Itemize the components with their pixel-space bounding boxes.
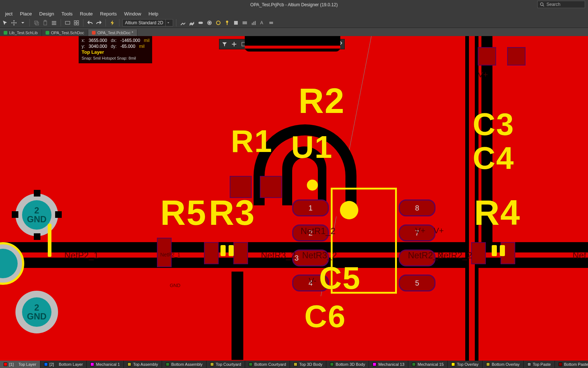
search-box[interactable]: Search bbox=[537, 1, 585, 8]
redo-icon[interactable] bbox=[95, 19, 103, 26]
menu-help[interactable]: Help bbox=[145, 10, 162, 17]
track-icon[interactable] bbox=[179, 19, 187, 26]
bar-icon[interactable] bbox=[250, 19, 257, 26]
filter-icon[interactable] bbox=[220, 40, 229, 48]
bolt-icon[interactable] bbox=[109, 19, 116, 26]
svg-rect-26 bbox=[269, 22, 273, 24]
tab-pcbdoc[interactable]: OPA_Test.PcbDoc * bbox=[88, 29, 137, 36]
pcb-canvas[interactable]: x: 3655.000 dx: -1465.000 mil y: 3040.00… bbox=[0, 36, 588, 361]
pad-icon[interactable] bbox=[197, 19, 204, 26]
layer-name: Bottom Paste bbox=[564, 362, 588, 367]
overlay-line bbox=[220, 245, 226, 256]
rect-icon[interactable] bbox=[64, 19, 71, 26]
toolbar-separator bbox=[119, 19, 119, 26]
through-hole-pad[interactable]: 2 GND bbox=[15, 291, 58, 333]
layer-tab[interactable]: Bottom Assembly bbox=[162, 361, 207, 368]
layer-name: Top Overlay bbox=[457, 362, 478, 367]
designator: C3 bbox=[473, 108, 514, 140]
hud-unit: mil bbox=[144, 38, 149, 43]
smd-pad[interactable] bbox=[233, 242, 248, 264]
menu-project[interactable]: ject bbox=[1, 10, 16, 17]
layer-tab[interactable]: Mechanical 13 bbox=[369, 361, 408, 368]
ic-pad[interactable]: 3 bbox=[292, 250, 329, 266]
grid-icon[interactable] bbox=[73, 19, 80, 26]
diff-pair-icon[interactable] bbox=[188, 19, 196, 26]
layer-name: Top Courtyard bbox=[216, 362, 241, 367]
doc-icon bbox=[4, 31, 7, 35]
layer-tab[interactable]: Mechanical 15 bbox=[408, 361, 448, 368]
svg-rect-6 bbox=[52, 21, 56, 22]
menu-window[interactable]: Window bbox=[121, 10, 145, 17]
copy-icon[interactable] bbox=[33, 19, 40, 26]
pad-number: 3 bbox=[294, 254, 298, 262]
ic-pad[interactable]: 5 bbox=[399, 275, 435, 291]
layer-tab[interactable]: Top Overlay bbox=[448, 361, 483, 368]
stack-icon[interactable] bbox=[50, 19, 58, 26]
plus-icon[interactable] bbox=[230, 40, 239, 48]
layer-tab[interactable]: [2] Bottom Layer bbox=[40, 361, 87, 368]
through-hole-pad[interactable]: 2 GND bbox=[15, 194, 58, 236]
designator: R4 bbox=[474, 195, 521, 230]
smd-pad[interactable] bbox=[204, 242, 219, 264]
smd-pad[interactable] bbox=[478, 47, 496, 66]
tab-schdoc[interactable]: OPA_Test.SchDoc bbox=[42, 29, 88, 36]
ic-pad[interactable]: 7 bbox=[399, 224, 435, 241]
layer-tab[interactable]: Bottom Courtyard bbox=[245, 361, 290, 368]
layer-name: Mechanical 1 bbox=[96, 362, 120, 367]
smd-pad[interactable] bbox=[471, 242, 486, 264]
ic-pad[interactable]: 2 bbox=[292, 224, 329, 241]
svg-rect-22 bbox=[252, 23, 253, 25]
layer-name: Bottom Overlay bbox=[492, 362, 520, 367]
layer-tabs: [1] Top Layer [2] Bottom Layer Mechanica… bbox=[0, 361, 588, 368]
tab-schlib[interactable]: Lib_Test.SchLib bbox=[0, 29, 42, 36]
layer-name: Top Assembly bbox=[133, 362, 158, 367]
window-titlebar: OPA_Test.PrjPcb - Altium Designer (19.0.… bbox=[0, 0, 588, 10]
layer-tab[interactable]: Top Assembly bbox=[124, 361, 162, 368]
smd-pad[interactable] bbox=[230, 176, 252, 198]
layer-tab[interactable]: Top 3D Body bbox=[290, 361, 326, 368]
pin-icon[interactable] bbox=[223, 19, 231, 26]
fill-icon[interactable] bbox=[232, 19, 240, 26]
svg-point-17 bbox=[216, 21, 220, 25]
layer-tab[interactable]: Bottom Overlay bbox=[483, 361, 524, 368]
smd-pad[interactable] bbox=[507, 47, 526, 66]
ic-pad[interactable]: 4 bbox=[292, 275, 329, 291]
layer-tab[interactable]: Top Paste bbox=[524, 361, 555, 368]
chevron-down-icon[interactable] bbox=[165, 20, 171, 26]
paste-icon[interactable] bbox=[42, 19, 49, 26]
ic-pad[interactable]: 1 bbox=[292, 199, 329, 216]
svg-line-1 bbox=[543, 5, 544, 6]
string-icon[interactable]: A bbox=[259, 19, 266, 26]
layer-tab[interactable]: Mechanical 1 bbox=[87, 361, 124, 368]
view-mode-label: Altium Standard 2D bbox=[125, 20, 163, 25]
layer-name: Top 3D Body bbox=[299, 362, 322, 367]
menu-route[interactable]: Route bbox=[76, 10, 97, 17]
region-icon[interactable] bbox=[241, 19, 248, 26]
layer-swatch bbox=[128, 362, 131, 366]
menu-reports[interactable]: Reports bbox=[96, 10, 121, 17]
view-mode-selector[interactable]: Altium Standard 2D bbox=[122, 19, 173, 26]
menu-place[interactable]: Place bbox=[16, 10, 36, 17]
move-icon[interactable] bbox=[10, 19, 18, 26]
svg-rect-3 bbox=[36, 22, 39, 25]
layer-tab[interactable]: Bottom 3D Body bbox=[326, 361, 369, 368]
layer-tab[interactable]: Bottom Paste bbox=[555, 361, 588, 368]
cursor-icon[interactable] bbox=[1, 19, 9, 26]
hole-icon[interactable] bbox=[215, 19, 222, 26]
menu-tools[interactable]: Tools bbox=[58, 10, 76, 17]
ic-pad[interactable]: 8 bbox=[399, 199, 435, 216]
ic-pad[interactable] bbox=[399, 250, 435, 266]
thermal-relief bbox=[12, 211, 18, 218]
menu-design[interactable]: Design bbox=[36, 10, 58, 17]
undo-icon[interactable] bbox=[86, 19, 94, 26]
dropdown-icon[interactable] bbox=[19, 19, 26, 26]
svg-text:A: A bbox=[260, 20, 263, 25]
layer-tab[interactable]: Top Courtyard bbox=[207, 361, 245, 368]
via-icon[interactable] bbox=[206, 19, 213, 26]
smd-pad[interactable] bbox=[260, 176, 282, 198]
smd-pad[interactable] bbox=[157, 238, 172, 267]
layer-tab[interactable]: [1] Top Layer bbox=[0, 361, 40, 368]
component-icon[interactable] bbox=[268, 19, 275, 26]
layer-swatch bbox=[210, 362, 214, 366]
via[interactable] bbox=[340, 201, 358, 219]
